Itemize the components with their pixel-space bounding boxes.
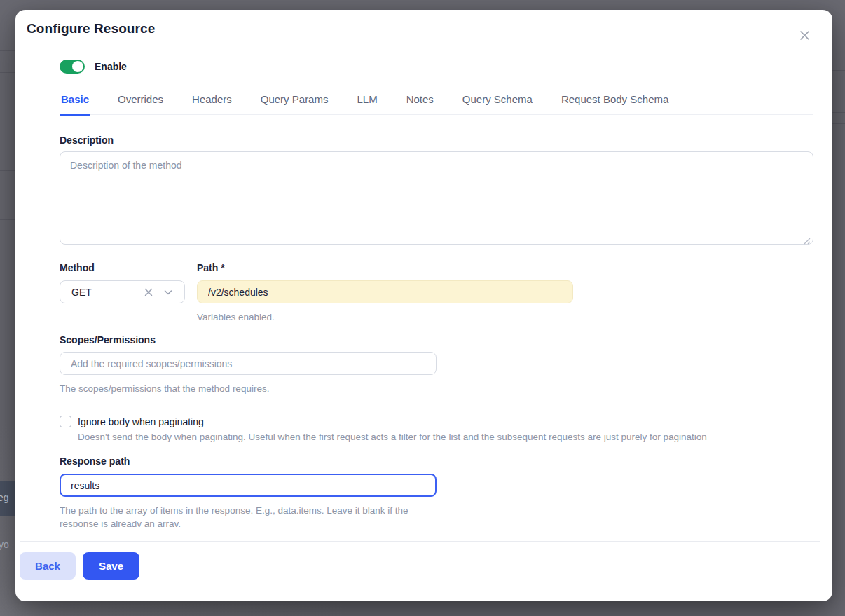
- background-text-fragment: eg: [0, 492, 9, 503]
- background-table-row-divider: [0, 107, 15, 107]
- ignore-body-checkbox[interactable]: [60, 416, 71, 427]
- clear-selection-button[interactable]: [141, 285, 156, 300]
- dialog-title: Configure Resource: [27, 21, 155, 36]
- close-icon: [799, 29, 811, 41]
- background-table-row-divider: [0, 219, 15, 220]
- tab-request-body-schema[interactable]: Request Body Schema: [560, 92, 670, 114]
- background-table-row-divider: [832, 112, 845, 113]
- tab-overrides[interactable]: Overrides: [116, 92, 165, 114]
- enable-toggle[interactable]: [60, 60, 85, 74]
- select-dropdown-button[interactable]: [160, 285, 176, 300]
- background-table-row-divider: [832, 123, 845, 124]
- tab-llm[interactable]: LLM: [355, 92, 378, 114]
- footer-divider: [20, 541, 820, 542]
- background-table-row-divider: [0, 170, 15, 171]
- clear-x-icon: [144, 287, 153, 297]
- path-label: Path *: [197, 262, 225, 273]
- background-table-row-divider: [0, 50, 15, 51]
- enable-toggle-row: Enable: [60, 60, 127, 74]
- tab-query-params[interactable]: Query Params: [259, 92, 330, 114]
- description-textarea[interactable]: [60, 151, 813, 245]
- background-text-fragment: yo: [0, 539, 9, 550]
- method-select[interactable]: GET: [60, 280, 185, 303]
- response-path-helper-text: The path to the array of items in the re…: [60, 504, 431, 527]
- tab-notes[interactable]: Notes: [405, 92, 435, 114]
- save-button[interactable]: Save: [83, 552, 139, 580]
- ignore-body-helper-text: Doesn't send the body when paginating. U…: [78, 430, 778, 444]
- enable-toggle-label: Enable: [95, 61, 127, 72]
- path-helper-text: Variables enabled.: [197, 310, 275, 324]
- background-table-row-divider: [0, 72, 15, 73]
- response-path-input[interactable]: [60, 474, 437, 497]
- background-table-row-divider: [0, 146, 15, 146]
- tab-bar: Basic Overrides Headers Query Params LLM…: [60, 92, 813, 115]
- close-button[interactable]: [795, 25, 814, 45]
- tab-query-schema[interactable]: Query Schema: [461, 92, 534, 114]
- response-path-label: Response path: [60, 456, 130, 467]
- tab-basic[interactable]: Basic: [60, 92, 90, 116]
- method-select-value: GET: [71, 287, 141, 298]
- chevron-down-icon: [163, 287, 173, 297]
- tab-headers[interactable]: Headers: [191, 92, 233, 114]
- background-table-row-divider: [0, 242, 15, 242]
- back-button[interactable]: Back: [20, 552, 76, 580]
- configure-resource-dialog: Configure Resource Enable Basic Override…: [15, 10, 832, 601]
- method-label: Method: [60, 262, 95, 273]
- scopes-label: Scopes/Permissions: [60, 334, 156, 345]
- ignore-body-row: Ignore body when paginating: [60, 416, 204, 427]
- description-label: Description: [60, 135, 114, 146]
- path-input[interactable]: [197, 280, 573, 303]
- ignore-body-label[interactable]: Ignore body when paginating: [78, 416, 204, 427]
- response-path-helper-clip: The path to the array of items in the re…: [60, 504, 431, 527]
- scopes-helper-text: The scopes/permissions that the method r…: [60, 382, 269, 395]
- background-table-row-divider: [832, 70, 845, 71]
- scopes-input[interactable]: [60, 352, 437, 375]
- toggle-knob: [72, 61, 83, 72]
